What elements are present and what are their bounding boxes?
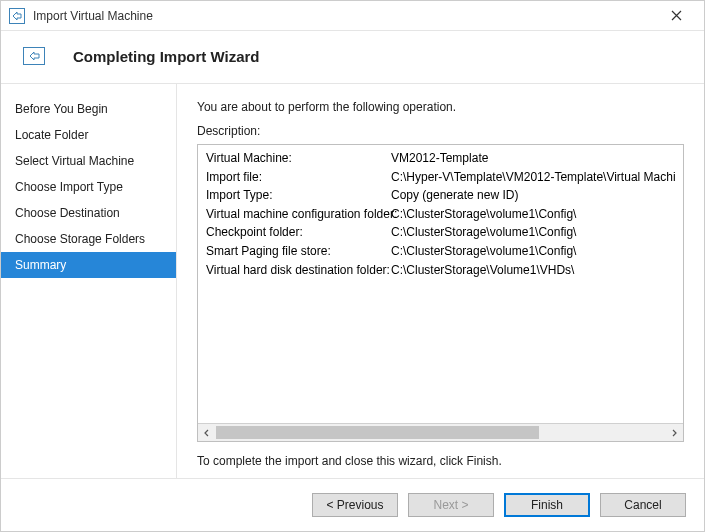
previous-button[interactable]: < Previous <box>312 493 398 517</box>
scroll-right-icon[interactable] <box>665 424 683 441</box>
intro-text: You are about to perform the following o… <box>197 100 684 114</box>
window-title: Import Virtual Machine <box>33 9 656 23</box>
scroll-thumb[interactable] <box>216 426 539 439</box>
sidebar-step-summary[interactable]: Summary <box>1 252 176 278</box>
sidebar-step-destination[interactable]: Choose Destination <box>1 200 176 226</box>
app-icon <box>9 8 25 24</box>
scroll-track[interactable] <box>216 424 665 441</box>
summary-value: C:\ClusterStorage\volume1\Config\ <box>391 242 675 261</box>
summary-value: VM2012-Template <box>391 149 675 168</box>
summary-row: Import file: C:\Hyper-V\Template\VM2012-… <box>206 168 675 187</box>
import-icon <box>23 47 45 65</box>
complete-note: To complete the import and close this wi… <box>197 454 684 468</box>
summary-row: Virtual hard disk destination folder: C:… <box>206 261 675 280</box>
summary-row: Import Type: Copy (generate new ID) <box>206 186 675 205</box>
summary-key: Virtual Machine: <box>206 149 391 168</box>
sidebar-step-storage-folders[interactable]: Choose Storage Folders <box>1 226 176 252</box>
description-label: Description: <box>197 124 684 138</box>
description-box: Virtual Machine: VM2012-Template Import … <box>197 144 684 442</box>
close-button[interactable] <box>656 2 696 30</box>
sidebar-step-import-type[interactable]: Choose Import Type <box>1 174 176 200</box>
wizard-header: Completing Import Wizard <box>1 31 704 83</box>
summary-value: C:\ClusterStorage\volume1\Config\ <box>391 205 675 224</box>
content-panel: You are about to perform the following o… <box>177 84 704 478</box>
summary-row: Virtual Machine: VM2012-Template <box>206 149 675 168</box>
summary-value: C:\Hyper-V\Template\VM2012-Template\Virt… <box>391 168 675 187</box>
summary-row: Checkpoint folder: C:\ClusterStorage\vol… <box>206 223 675 242</box>
next-button: Next > <box>408 493 494 517</box>
sidebar: Before You Begin Locate Folder Select Vi… <box>1 84 177 478</box>
summary-row: Smart Paging file store: C:\ClusterStora… <box>206 242 675 261</box>
summary-value: C:\ClusterStorage\Volume1\VHDs\ <box>391 261 675 280</box>
sidebar-step-select-vm[interactable]: Select Virtual Machine <box>1 148 176 174</box>
summary-key: Virtual machine configuration folder: <box>206 205 391 224</box>
wizard-body: Before You Begin Locate Folder Select Vi… <box>1 83 704 478</box>
page-title: Completing Import Wizard <box>73 48 260 65</box>
finish-button[interactable]: Finish <box>504 493 590 517</box>
sidebar-step-locate-folder[interactable]: Locate Folder <box>1 122 176 148</box>
description-table: Virtual Machine: VM2012-Template Import … <box>198 145 683 423</box>
summary-key: Import Type: <box>206 186 391 205</box>
wizard-window: Import Virtual Machine Completing Import… <box>0 0 705 532</box>
scroll-left-icon[interactable] <box>198 424 216 441</box>
cancel-button[interactable]: Cancel <box>600 493 686 517</box>
summary-key: Import file: <box>206 168 391 187</box>
horizontal-scrollbar[interactable] <box>198 423 683 441</box>
summary-key: Smart Paging file store: <box>206 242 391 261</box>
sidebar-step-before-you-begin[interactable]: Before You Begin <box>1 96 176 122</box>
summary-key: Checkpoint folder: <box>206 223 391 242</box>
titlebar: Import Virtual Machine <box>1 1 704 31</box>
footer: < Previous Next > Finish Cancel <box>1 478 704 531</box>
summary-key: Virtual hard disk destination folder: <box>206 261 391 280</box>
summary-value: C:\ClusterStorage\volume1\Config\ <box>391 223 675 242</box>
summary-row: Virtual machine configuration folder: C:… <box>206 205 675 224</box>
summary-value: Copy (generate new ID) <box>391 186 675 205</box>
